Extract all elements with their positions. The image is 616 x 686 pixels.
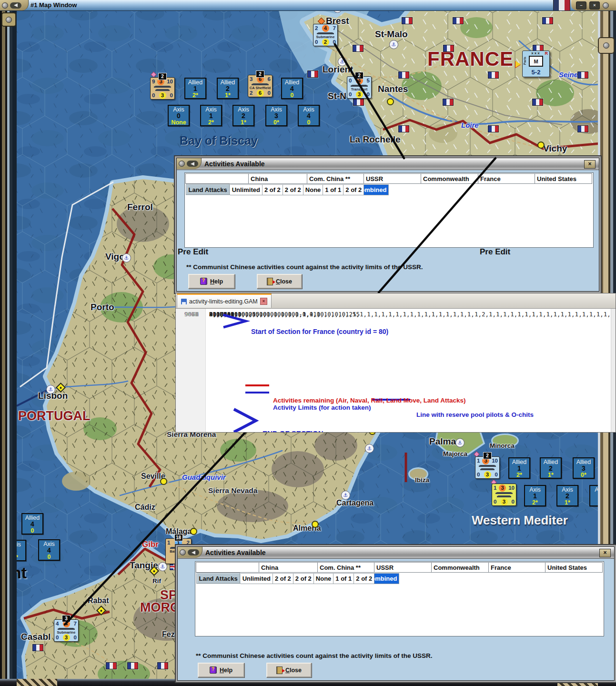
table-row[interactable]: Land Attacks Unlimited 2 of 2 2 of 2 Non… — [186, 184, 364, 195]
annotation-remaining: Activities remaining (Air, Naval, Rail, … — [273, 397, 466, 404]
counter-value: 1* — [541, 472, 561, 478]
unit-symbol: M — [529, 56, 543, 67]
counter-value: None — [169, 119, 189, 126]
flag-icon — [453, 17, 464, 24]
flag-icon — [32, 644, 43, 651]
map-label: Vichy — [543, 143, 567, 154]
dialog-corner-decoration — [178, 547, 202, 558]
counter-value: 1* — [218, 92, 238, 99]
window-titlebar[interactable]: #1 Map Window – × — [0, 0, 616, 11]
screw-icon — [2, 2, 8, 9]
stack-badge: 18 — [174, 534, 183, 541]
map-icon: ⚓ — [455, 438, 465, 447]
flag-icon — [542, 17, 553, 24]
column-header: China — [249, 174, 307, 184]
activities-dialog-top: Activities Available × ChinaCom. China *… — [176, 158, 599, 292]
pre-edit-label-left: Pre Edit — [178, 247, 208, 257]
tab-filename: activity-limits-editing.GAM — [189, 298, 258, 305]
counter-value: 0* — [266, 119, 286, 126]
text-editor-window: activity-limits-editing.GAM × 905780,809… — [175, 293, 616, 433]
naval-unit-counter[interactable]: 2 1 3 10 0 3 0 — [475, 456, 500, 479]
naval-unit-counter[interactable]: 2 0 4 5 Transport 0 3 0 — [347, 76, 372, 99]
close-icon[interactable]: × — [599, 549, 611, 557]
screw-icon — [180, 549, 186, 555]
map-icon: ⚓ — [365, 444, 374, 453]
editor-scrollbar[interactable] — [611, 309, 616, 433]
info-counter[interactable]: Axis 0 None — [168, 105, 190, 126]
counter-number: 2 — [233, 113, 253, 119]
counter-value: 0 — [299, 119, 319, 126]
unit-location: Paris — [523, 57, 526, 65]
map-icon — [312, 521, 319, 528]
counter-value: 0 — [39, 554, 59, 560]
counter-number: 1 — [201, 113, 221, 119]
close-icon[interactable]: × — [584, 160, 596, 169]
activities-table-panel: ChinaCom. China **USSRCommonwealthFrance… — [184, 172, 594, 248]
info-counter[interactable]: Axis 2 1* — [556, 485, 578, 506]
naval-unit-counter[interactable]: 2 4 7 Submarine 0 2 0 — [313, 24, 338, 46]
flag-icon — [307, 71, 318, 78]
info-counter[interactable]: Allied 3 0* — [573, 457, 595, 479]
close-button[interactable]: Close — [266, 663, 312, 677]
info-counter[interactable]: Axis 1 2* — [200, 105, 222, 126]
column-header: USSR — [364, 174, 421, 184]
naval-unit-counter[interactable]: 2 3 6 6 CA Sheffield 2 6 0 — [248, 75, 273, 97]
flag-icon — [402, 17, 413, 24]
map-icon — [387, 98, 394, 105]
flag-icon — [157, 662, 168, 669]
ship-art — [151, 85, 174, 92]
stack-badge: 2 — [483, 452, 492, 459]
map-label: Palma — [429, 436, 456, 447]
unit-name: Submarine — [313, 35, 337, 39]
map-icon: ⚓ — [122, 253, 131, 262]
info-counter[interactable]: Allied 2 1* — [217, 78, 239, 99]
paris-army-unit[interactable]: xxx R M 5-2 Paris — [522, 50, 550, 77]
info-counter[interactable]: Axis 2 1* — [232, 105, 254, 126]
counter-value: 0 — [282, 92, 302, 99]
info-counter[interactable]: Allied 4 0 — [281, 78, 303, 99]
flag-icon — [398, 125, 409, 132]
help-button[interactable]: Help — [198, 663, 244, 677]
tab-close-icon[interactable]: × — [260, 298, 267, 305]
info-counter[interactable]: Allied 2 1* — [540, 457, 562, 479]
flag-icon — [577, 125, 588, 132]
map-label: FRANCE — [427, 48, 514, 71]
info-counter[interactable]: Axis 1 2* — [524, 485, 546, 506]
column-header — [196, 563, 259, 573]
france-flag-icon — [553, 0, 570, 10]
map-label: Rif — [152, 577, 161, 585]
window-title: #1 Map Window — [30, 1, 77, 9]
map-label: Cartagena — [336, 499, 374, 507]
info-counter[interactable]: Axis 4 0 — [298, 105, 320, 126]
info-counter[interactable]: Allied 1 2* — [508, 457, 530, 479]
map-label: La Rochelle — [350, 134, 401, 145]
ship-art — [475, 464, 499, 471]
flag-icon — [398, 71, 409, 79]
window-close-button[interactable]: × — [589, 1, 600, 10]
help-button[interactable]: Help — [188, 274, 235, 289]
info-counter[interactable]: Axis 4 0 — [38, 539, 60, 561]
close-button[interactable]: Close — [257, 274, 302, 289]
dialog-titlebar[interactable]: Activities Available × — [178, 547, 614, 559]
map-label: Sierra Nevada — [208, 486, 257, 495]
dialog-corner-decoration — [177, 158, 202, 169]
dialog-title: Activities Available — [205, 549, 266, 556]
editor-content[interactable]: 905780,80905880,809059-1,0,-1,09060-1,CS… — [176, 309, 616, 433]
flag-icon — [443, 99, 454, 106]
map-icon — [515, 61, 521, 68]
map-label: Ibiza — [415, 476, 429, 484]
info-counter[interactable]: Allied 4 0 — [21, 513, 43, 535]
naval-unit-counter[interactable]: 3 4 4 7 Submarine 0 3 0 — [54, 619, 79, 642]
minimize-button[interactable]: – — [576, 1, 586, 10]
map-label: Loire — [461, 121, 479, 129]
naval-unit-counter[interactable]: 1 3 10 0 3 0 — [492, 484, 516, 506]
table-row[interactable]: Land Attacks Unlimited 2 of 2 2 of 2 Non… — [196, 573, 375, 584]
naval-unit-counter[interactable]: 2 9 3 10 0 3 0 — [150, 77, 175, 100]
dialog-titlebar[interactable]: Activities Available × — [177, 158, 599, 170]
counter-value: 1* — [557, 499, 577, 506]
editor-tab[interactable]: activity-limits-editing.GAM × — [177, 293, 272, 308]
info-counter[interactable]: Allied 1 2* — [184, 78, 206, 99]
map-icon: ⚓ — [46, 385, 55, 394]
map-icon — [537, 141, 545, 149]
info-counter[interactable]: Axis 3 0* — [265, 105, 287, 126]
